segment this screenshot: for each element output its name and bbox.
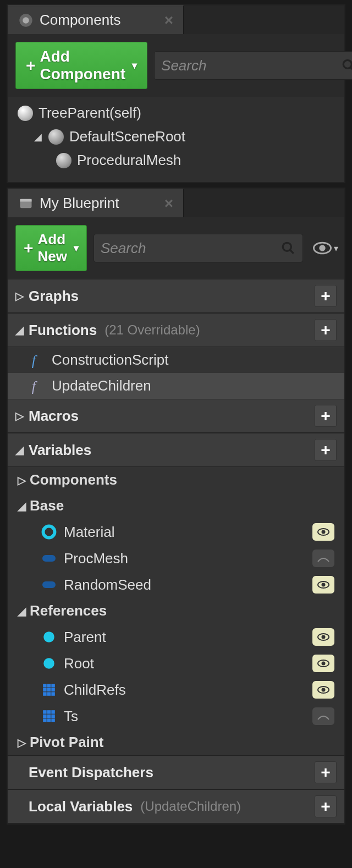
var-childrefs[interactable]: ChildRefs	[8, 677, 344, 703]
svg-point-24	[322, 662, 326, 666]
var-label: ChildRefs	[64, 682, 126, 699]
components-toolbar: + Add Component ▾	[8, 34, 344, 97]
tree-procedural-mesh[interactable]: ProceduralMesh	[8, 149, 344, 172]
section-graphs[interactable]: ▷ Graphs +	[8, 279, 344, 313]
add-function-button[interactable]: +	[315, 319, 337, 341]
var-label: Ts	[64, 708, 78, 725]
blueprint-search[interactable]	[94, 234, 303, 262]
svg-point-35	[322, 688, 326, 692]
svg-rect-41	[51, 715, 55, 718]
add-new-label: Add New	[38, 231, 67, 265]
tab-my-blueprint[interactable]: My Blueprint ×	[8, 189, 184, 217]
svg-rect-32	[47, 692, 51, 696]
section-label: Macros	[29, 408, 79, 425]
chevron-down-icon: ◢	[15, 323, 24, 337]
blueprint-toolbar: + Add New ▾ ▾	[8, 217, 344, 279]
add-local-variable-button[interactable]: +	[315, 795, 337, 817]
functions-list: f ConstructionScript f UpdateChildren	[8, 347, 344, 399]
tree-root-self[interactable]: TreeParent(self)	[8, 101, 344, 125]
function-construction-script[interactable]: f ConstructionScript	[8, 347, 344, 373]
visibility-toggle[interactable]	[312, 707, 334, 725]
tree-root-label: TreeParent(self)	[38, 105, 141, 122]
section-functions[interactable]: ◢ Functions (21 Overridable) +	[8, 313, 344, 347]
svg-rect-43	[47, 718, 51, 722]
visibility-toggle[interactable]	[312, 655, 334, 672]
search-input[interactable]	[101, 240, 280, 257]
tab-bar: My Blueprint ×	[8, 189, 344, 217]
plus-icon: +	[26, 56, 36, 75]
tab-bar: Components ×	[8, 6, 344, 34]
section-local-variables[interactable]: ▷ Local Variables (UpdateChildren) +	[8, 789, 344, 823]
group-label: Pivot Paint	[30, 734, 103, 751]
group-label: Components	[30, 471, 117, 488]
vargroup-references[interactable]: ◢ References	[8, 598, 344, 624]
svg-point-12	[43, 526, 55, 538]
svg-point-22	[43, 658, 54, 669]
add-component-button[interactable]: + Add Component ▾	[15, 42, 147, 89]
var-ts[interactable]: Ts	[8, 703, 344, 729]
section-macros[interactable]: ▷ Macros +	[8, 399, 344, 433]
search-input[interactable]	[161, 57, 341, 74]
section-variables[interactable]: ◢ Variables +	[8, 433, 344, 467]
view-options-button[interactable]: ▾	[310, 241, 342, 255]
actor-icon	[18, 106, 33, 121]
chevron-right-icon: ▷	[18, 736, 26, 749]
add-variable-button[interactable]: +	[315, 439, 337, 461]
var-label: Parent	[64, 629, 106, 646]
svg-rect-28	[43, 688, 47, 692]
components-search[interactable]	[154, 51, 352, 80]
dot-icon	[41, 655, 57, 672]
vargroup-pivot-paint[interactable]: ▷ Pivot Paint	[8, 729, 344, 755]
visibility-toggle[interactable]	[312, 576, 334, 594]
var-root[interactable]: Root	[8, 650, 344, 677]
var-material[interactable]: Material	[8, 519, 344, 545]
var-procmesh[interactable]: ProcMesh	[8, 545, 344, 572]
vargroup-base[interactable]: ◢ Base	[8, 493, 344, 519]
section-label: Graphs	[29, 288, 79, 305]
chevron-down-icon: ◢	[15, 443, 24, 457]
var-label: Material	[64, 524, 114, 541]
grid-icon	[41, 708, 57, 724]
visibility-toggle[interactable]	[312, 628, 334, 646]
svg-point-1	[23, 17, 29, 24]
tab-label: Components	[40, 12, 120, 29]
variables-list: ▷ Components ◢ Base Material ProcMesh Ra…	[8, 467, 344, 755]
section-label: Local Variables	[29, 798, 133, 815]
expand-icon[interactable]: ◢	[33, 132, 43, 142]
var-randomseed[interactable]: RandomSeed	[8, 572, 344, 598]
svg-rect-5	[20, 199, 32, 201]
section-label: Variables	[29, 442, 91, 459]
svg-point-19	[43, 631, 54, 642]
close-icon[interactable]: ×	[164, 195, 173, 212]
add-component-label: Add Component	[40, 48, 126, 83]
add-graph-button[interactable]: +	[315, 285, 337, 307]
add-new-button[interactable]: + Add New ▾	[15, 225, 87, 271]
blueprint-icon	[18, 195, 34, 212]
components-icon	[18, 12, 34, 29]
var-label: Root	[64, 655, 94, 672]
section-event-dispatchers[interactable]: ▷ Event Dispatchers +	[8, 755, 344, 789]
var-parent[interactable]: Parent	[8, 624, 344, 650]
visibility-toggle[interactable]	[312, 523, 334, 541]
close-icon[interactable]: ×	[164, 12, 173, 29]
function-update-children[interactable]: f UpdateChildren	[8, 373, 344, 399]
svg-point-2	[343, 60, 351, 68]
svg-rect-42	[43, 718, 47, 722]
visibility-toggle[interactable]	[312, 550, 334, 567]
vargroup-components[interactable]: ▷ Components	[8, 467, 344, 493]
add-event-dispatcher-button[interactable]: +	[315, 761, 337, 783]
visibility-toggle[interactable]	[312, 681, 334, 699]
pill-icon	[41, 550, 57, 567]
caret-down-icon: ▾	[334, 243, 338, 254]
svg-rect-27	[51, 684, 55, 688]
chevron-right-icon: ▷	[15, 409, 24, 422]
scene-root-label: DefaultSceneRoot	[69, 128, 185, 145]
svg-rect-25	[43, 684, 47, 688]
tree-scene-root[interactable]: ◢ DefaultSceneRoot	[8, 125, 344, 149]
chevron-right-icon: ▷	[15, 289, 24, 303]
svg-point-21	[322, 635, 326, 639]
tab-components[interactable]: Components ×	[8, 6, 184, 34]
svg-rect-30	[51, 688, 55, 692]
add-macro-button[interactable]: +	[315, 405, 337, 427]
svg-rect-26	[47, 684, 51, 688]
